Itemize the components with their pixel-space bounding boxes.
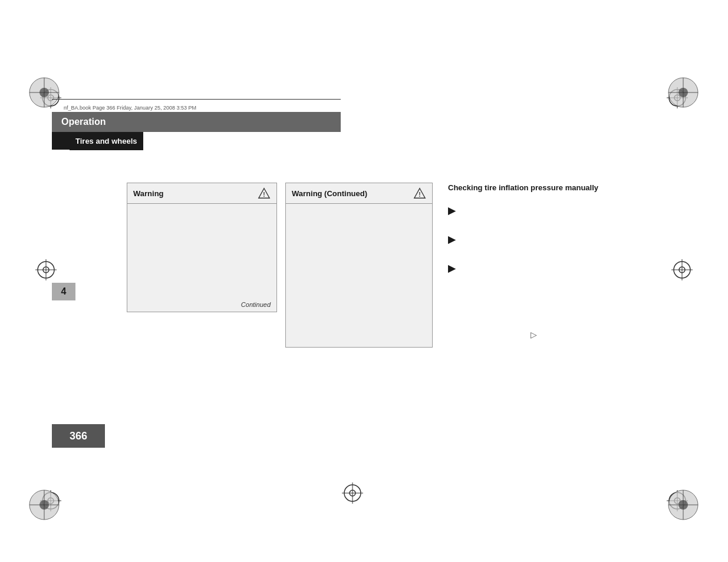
right-column: Checking tire inflation pressure manuall… (448, 183, 625, 292)
warning-title-left: Warning (133, 189, 164, 198)
warning-triangle-left: ! (258, 187, 271, 200)
warning-header-right: Warning (Continued) ! (286, 183, 432, 204)
warning-title-right: Warning (Continued) (292, 189, 367, 198)
page-number: 366 (52, 424, 105, 448)
svg-text:!: ! (419, 191, 420, 198)
bullet-item-1: ▶ (448, 205, 625, 216)
right-column-heading: Checking tire inflation pressure manuall… (448, 183, 625, 193)
bullet-item-3: ▶ (448, 263, 625, 274)
reg-mark-bottom-center (342, 482, 363, 506)
chapter-tab: 4 (52, 283, 75, 300)
section-title: Operation (52, 112, 341, 132)
file-info: nf_BA.book Page 366 Friday, January 25, … (52, 105, 341, 111)
reg-mark-mid-right (671, 259, 693, 283)
reg-mark-mid-left (35, 259, 57, 283)
warning-triangle-right: ! (413, 187, 426, 200)
warning-box-right: Warning (Continued) ! (285, 183, 433, 348)
bullet-arrow-1: ▶ (448, 205, 455, 216)
subsection-bar (52, 132, 70, 150)
bullet-arrow-3: ▶ (448, 263, 455, 274)
warning-header-left: Warning ! (127, 183, 276, 204)
warning-body-right (286, 204, 432, 298)
bullet-item-2: ▶ (448, 234, 625, 245)
bullet-arrow-2: ▶ (448, 234, 455, 245)
deco-circle-bottom-left (28, 489, 61, 524)
warning-body-left (127, 204, 276, 298)
small-arrow: ▷ (531, 330, 537, 339)
svg-text:!: ! (263, 191, 265, 198)
deco-circle-top-right (667, 77, 700, 111)
continued-label: Continued (241, 301, 271, 308)
subsection-title: Tires and wheels (70, 132, 143, 150)
header-area: nf_BA.book Page 366 Friday, January 25, … (52, 105, 341, 150)
h-rule-top (52, 99, 341, 100)
warning-box-left: Warning ! Continued (127, 183, 277, 312)
deco-circle-bottom-right (667, 489, 700, 524)
